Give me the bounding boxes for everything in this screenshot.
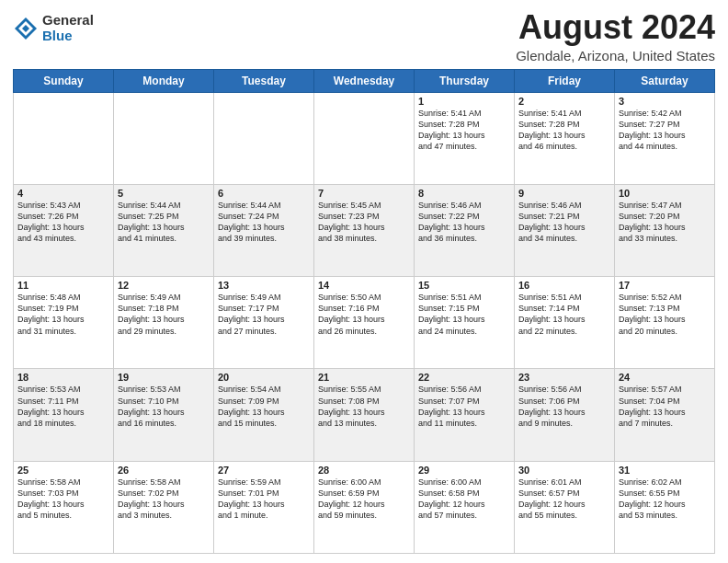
day-info: Sunrise: 5:55 AM Sunset: 7:08 PM Dayligh… <box>318 384 410 429</box>
day-cell: 26Sunrise: 5:58 AM Sunset: 7:02 PM Dayli… <box>114 461 214 553</box>
day-cell: 22Sunrise: 5:56 AM Sunset: 7:07 PM Dayli… <box>415 369 515 461</box>
day-cell: 6Sunrise: 5:44 AM Sunset: 7:24 PM Daylig… <box>214 184 314 276</box>
day-number: 27 <box>218 465 310 476</box>
day-info: Sunrise: 5:41 AM Sunset: 7:28 PM Dayligh… <box>418 108 510 153</box>
week-row-5: 25Sunrise: 5:58 AM Sunset: 7:03 PM Dayli… <box>14 461 715 553</box>
day-number: 15 <box>418 280 510 291</box>
week-row-3: 11Sunrise: 5:48 AM Sunset: 7:19 PM Dayli… <box>14 277 715 369</box>
main-title: August 2024 <box>516 9 715 46</box>
day-number: 17 <box>619 280 711 291</box>
day-cell: 13Sunrise: 5:49 AM Sunset: 7:17 PM Dayli… <box>214 277 314 369</box>
day-cell: 10Sunrise: 5:47 AM Sunset: 7:20 PM Dayli… <box>615 184 715 276</box>
day-cell: 2Sunrise: 5:41 AM Sunset: 7:28 PM Daylig… <box>515 92 615 184</box>
day-cell: 3Sunrise: 5:42 AM Sunset: 7:27 PM Daylig… <box>615 92 715 184</box>
day-cell: 4Sunrise: 5:43 AM Sunset: 7:26 PM Daylig… <box>14 184 114 276</box>
day-cell: 31Sunrise: 6:02 AM Sunset: 6:55 PM Dayli… <box>615 461 715 553</box>
day-cell: 8Sunrise: 5:46 AM Sunset: 7:22 PM Daylig… <box>415 184 515 276</box>
subtitle: Glendale, Arizona, United States <box>516 48 715 63</box>
day-number: 29 <box>418 465 510 476</box>
day-info: Sunrise: 5:53 AM Sunset: 7:11 PM Dayligh… <box>17 384 109 429</box>
day-info: Sunrise: 5:48 AM Sunset: 7:19 PM Dayligh… <box>17 292 109 337</box>
day-info: Sunrise: 5:52 AM Sunset: 7:13 PM Dayligh… <box>619 292 711 337</box>
day-number: 14 <box>318 280 410 291</box>
day-cell: 15Sunrise: 5:51 AM Sunset: 7:15 PM Dayli… <box>415 277 515 369</box>
day-number: 10 <box>619 188 711 199</box>
day-info: Sunrise: 5:43 AM Sunset: 7:26 PM Dayligh… <box>17 200 109 245</box>
day-cell: 19Sunrise: 5:53 AM Sunset: 7:10 PM Dayli… <box>114 369 214 461</box>
day-number: 19 <box>118 372 210 383</box>
day-info: Sunrise: 5:58 AM Sunset: 7:03 PM Dayligh… <box>17 477 109 522</box>
day-number: 18 <box>17 372 109 383</box>
day-cell <box>214 92 314 184</box>
day-cell <box>14 92 114 184</box>
day-info: Sunrise: 5:49 AM Sunset: 7:17 PM Dayligh… <box>218 292 310 337</box>
header: General Blue August 2024 Glendale, Arizo… <box>13 9 715 63</box>
day-info: Sunrise: 6:00 AM Sunset: 6:58 PM Dayligh… <box>418 477 510 522</box>
day-cell: 30Sunrise: 6:01 AM Sunset: 6:57 PM Dayli… <box>515 461 615 553</box>
day-number: 5 <box>118 188 210 199</box>
day-info: Sunrise: 5:57 AM Sunset: 7:04 PM Dayligh… <box>619 384 711 429</box>
day-info: Sunrise: 5:53 AM Sunset: 7:10 PM Dayligh… <box>118 384 210 429</box>
day-info: Sunrise: 5:46 AM Sunset: 7:21 PM Dayligh… <box>518 200 610 245</box>
day-info: Sunrise: 5:56 AM Sunset: 7:06 PM Dayligh… <box>518 384 610 429</box>
day-number: 23 <box>518 372 610 383</box>
day-cell: 9Sunrise: 5:46 AM Sunset: 7:21 PM Daylig… <box>515 184 615 276</box>
day-info: Sunrise: 5:58 AM Sunset: 7:02 PM Dayligh… <box>118 477 210 522</box>
day-number: 7 <box>318 188 410 199</box>
day-number: 31 <box>619 465 711 476</box>
day-info: Sunrise: 6:00 AM Sunset: 6:59 PM Dayligh… <box>318 477 410 522</box>
day-cell: 24Sunrise: 5:57 AM Sunset: 7:04 PM Dayli… <box>615 369 715 461</box>
logo-text: General Blue <box>42 13 94 43</box>
day-number: 26 <box>118 465 210 476</box>
day-info: Sunrise: 5:51 AM Sunset: 7:14 PM Dayligh… <box>518 292 610 337</box>
day-number: 2 <box>518 96 610 107</box>
day-header-sunday: Sunday <box>14 69 114 92</box>
day-header-tuesday: Tuesday <box>214 69 314 92</box>
day-header-wednesday: Wednesday <box>314 69 415 92</box>
day-header-friday: Friday <box>515 69 615 92</box>
day-number: 28 <box>318 465 410 476</box>
day-info: Sunrise: 5:45 AM Sunset: 7:23 PM Dayligh… <box>318 200 410 245</box>
day-cell: 25Sunrise: 5:58 AM Sunset: 7:03 PM Dayli… <box>14 461 114 553</box>
day-cell: 14Sunrise: 5:50 AM Sunset: 7:16 PM Dayli… <box>314 277 415 369</box>
day-cell: 12Sunrise: 5:49 AM Sunset: 7:18 PM Dayli… <box>114 277 214 369</box>
day-header-thursday: Thursday <box>415 69 515 92</box>
day-cell: 5Sunrise: 5:44 AM Sunset: 7:25 PM Daylig… <box>114 184 214 276</box>
day-number: 13 <box>218 280 310 291</box>
page: General Blue August 2024 Glendale, Arizo… <box>0 0 728 563</box>
calendar-table: SundayMondayTuesdayWednesdayThursdayFrid… <box>13 69 715 554</box>
day-number: 24 <box>619 372 711 383</box>
day-info: Sunrise: 6:01 AM Sunset: 6:57 PM Dayligh… <box>518 477 610 522</box>
day-header-saturday: Saturday <box>615 69 715 92</box>
day-number: 12 <box>118 280 210 291</box>
day-info: Sunrise: 5:41 AM Sunset: 7:28 PM Dayligh… <box>518 108 610 153</box>
day-info: Sunrise: 5:49 AM Sunset: 7:18 PM Dayligh… <box>118 292 210 337</box>
day-cell: 28Sunrise: 6:00 AM Sunset: 6:59 PM Dayli… <box>314 461 415 553</box>
day-info: Sunrise: 5:44 AM Sunset: 7:25 PM Dayligh… <box>118 200 210 245</box>
week-row-4: 18Sunrise: 5:53 AM Sunset: 7:11 PM Dayli… <box>14 369 715 461</box>
logo: General Blue <box>13 13 94 43</box>
day-info: Sunrise: 5:50 AM Sunset: 7:16 PM Dayligh… <box>318 292 410 337</box>
day-number: 21 <box>318 372 410 383</box>
day-number: 22 <box>418 372 510 383</box>
day-cell: 16Sunrise: 5:51 AM Sunset: 7:14 PM Dayli… <box>515 277 615 369</box>
day-number: 25 <box>17 465 109 476</box>
day-number: 30 <box>518 465 610 476</box>
day-info: Sunrise: 5:42 AM Sunset: 7:27 PM Dayligh… <box>619 108 711 153</box>
day-number: 3 <box>619 96 711 107</box>
logo-icon <box>13 16 39 41</box>
day-header-monday: Monday <box>114 69 214 92</box>
day-cell: 29Sunrise: 6:00 AM Sunset: 6:58 PM Dayli… <box>415 461 515 553</box>
week-row-2: 4Sunrise: 5:43 AM Sunset: 7:26 PM Daylig… <box>14 184 715 276</box>
day-cell: 21Sunrise: 5:55 AM Sunset: 7:08 PM Dayli… <box>314 369 415 461</box>
day-info: Sunrise: 5:46 AM Sunset: 7:22 PM Dayligh… <box>418 200 510 245</box>
day-number: 9 <box>518 188 610 199</box>
day-cell: 11Sunrise: 5:48 AM Sunset: 7:19 PM Dayli… <box>14 277 114 369</box>
logo-general: General <box>42 13 94 29</box>
title-block: August 2024 Glendale, Arizona, United St… <box>516 9 715 63</box>
day-cell: 23Sunrise: 5:56 AM Sunset: 7:06 PM Dayli… <box>515 369 615 461</box>
day-cell: 17Sunrise: 5:52 AM Sunset: 7:13 PM Dayli… <box>615 277 715 369</box>
logo-blue: Blue <box>42 29 94 44</box>
day-number: 6 <box>218 188 310 199</box>
day-number: 11 <box>17 280 109 291</box>
